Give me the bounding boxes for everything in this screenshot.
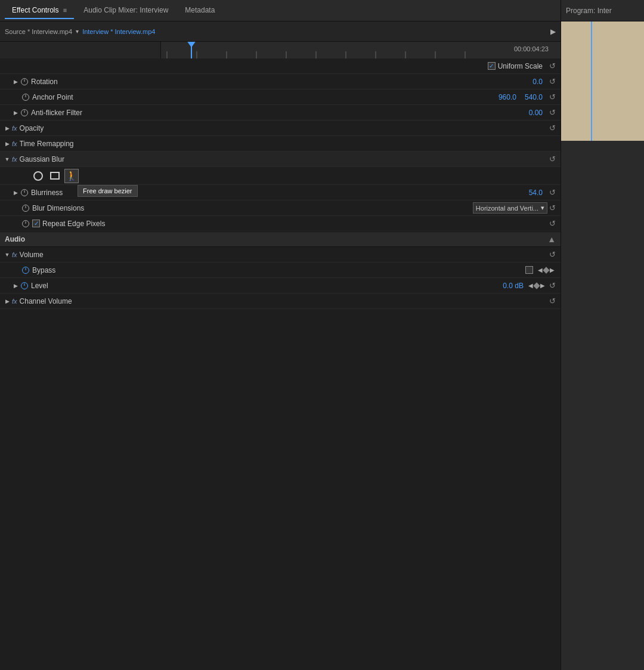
anchor-y-value[interactable]: 540.0 xyxy=(525,93,543,101)
source-bar: Source * Interview.mp4 ▾ Interview * Int… xyxy=(0,21,561,42)
uniform-scale-reset[interactable] xyxy=(547,61,557,71)
level-stopwatch-icon[interactable] xyxy=(20,282,29,290)
bypass-kf-controls: ◀ ▶ xyxy=(538,267,555,273)
anchor-stopwatch-icon[interactable] xyxy=(21,93,30,101)
blur-dimensions-value: Horizontal and Verti... xyxy=(476,205,538,212)
blur-dimensions-dropdown[interactable]: Horizontal and Verti... ▾ xyxy=(473,202,547,214)
opacity-fx-badge: fx xyxy=(12,125,17,132)
blur-dimensions-label: Blur Dimensions xyxy=(32,204,473,212)
time-remapping-label: Time Remapping xyxy=(20,140,557,148)
channel-volume-row: fx Channel Volume xyxy=(0,294,561,309)
level-reset[interactable] xyxy=(547,281,557,291)
source-dropdown-arrow[interactable]: ▾ xyxy=(76,28,79,35)
timeline-header: 00:00:04:23 xyxy=(0,42,561,58)
rotation-expand[interactable] xyxy=(12,78,19,85)
play-button[interactable]: ▶ xyxy=(550,27,556,36)
bezier-mask-button[interactable]: 🚶 xyxy=(64,169,79,183)
sequence-label[interactable]: Interview * Interview.mp4 xyxy=(82,28,155,35)
opacity-row: fx Opacity xyxy=(0,121,561,136)
level-kf-diamond[interactable] xyxy=(533,282,540,289)
blur-dim-stopwatch-icon[interactable] xyxy=(21,204,30,212)
uniform-scale-checkbox[interactable] xyxy=(488,62,496,70)
uniform-scale-label: Uniform Scale xyxy=(498,62,543,70)
anchor-reset[interactable] xyxy=(547,92,557,102)
mask-buttons-row: 🚶 Free draw bezier xyxy=(0,167,561,185)
opacity-label: Opacity xyxy=(20,124,547,132)
blurriness-reset[interactable] xyxy=(547,188,557,197)
anti-flicker-label: Anti-flicker Filter xyxy=(31,109,529,117)
tab-audio-clip-mixer[interactable]: Audio Clip Mixer: Interview xyxy=(76,2,175,19)
time-remapping-fx-badge: fx xyxy=(12,140,17,147)
level-kf-controls: ◀ ▶ xyxy=(528,282,545,289)
bypass-stopwatch-icon[interactable] xyxy=(21,266,30,274)
uniform-scale-checkbox-wrap[interactable]: Uniform Scale xyxy=(488,62,543,70)
channel-volume-reset[interactable] xyxy=(547,297,557,306)
repeat-edge-checkbox-wrap[interactable]: Repeat Edge Pixels xyxy=(32,220,105,228)
anti-flicker-stopwatch-icon[interactable] xyxy=(20,109,29,117)
volume-reset[interactable] xyxy=(547,250,557,260)
rect-mask-button[interactable] xyxy=(48,169,62,183)
repeat-edge-row: Repeat Edge Pixels xyxy=(0,216,561,231)
volume-label: Volume xyxy=(20,251,547,259)
volume-fx-badge: fx xyxy=(12,251,17,258)
level-kf-next[interactable]: ▶ xyxy=(540,282,545,289)
blur-dimensions-row: Blur Dimensions Horizontal and Verti... … xyxy=(0,200,561,216)
level-expand[interactable] xyxy=(12,282,19,289)
gaussian-blur-row: fx Gaussian Blur xyxy=(0,152,561,167)
volume-row: fx Volume xyxy=(0,247,561,263)
repeat-edge-checkbox[interactable] xyxy=(32,220,40,227)
tab-effect-controls[interactable]: Effect Controls ≡ xyxy=(5,2,74,19)
level-label: Level xyxy=(31,282,503,290)
right-panel: Program: Inter xyxy=(561,0,644,670)
opacity-reset[interactable] xyxy=(547,123,557,133)
repeat-edge-stopwatch-icon[interactable] xyxy=(21,220,30,228)
bypass-row: Bypass ◀ ▶ xyxy=(0,263,561,278)
anti-flicker-expand[interactable] xyxy=(12,109,19,116)
bypass-kf-next[interactable]: ▶ xyxy=(550,267,555,273)
repeat-edge-reset[interactable] xyxy=(547,219,557,229)
program-tab-label: Program: Inter xyxy=(566,7,612,15)
channel-volume-expand[interactable] xyxy=(4,298,11,305)
timeline-ruler[interactable]: 00:00:04:23 xyxy=(161,42,561,58)
properties-area: Uniform Scale Rotation 0.0 Anchor Point … xyxy=(0,58,561,670)
blurriness-label: Blurriness xyxy=(31,189,529,197)
gaussian-blur-expand[interactable] xyxy=(4,156,11,163)
ellipse-mask-icon xyxy=(33,171,43,181)
tab-bar: Effect Controls ≡ Audio Clip Mixer: Inte… xyxy=(0,0,561,21)
preview-vertical-line xyxy=(591,21,592,141)
level-kf-prev[interactable]: ◀ xyxy=(528,282,533,289)
anti-flicker-reset[interactable] xyxy=(547,108,557,118)
bypass-kf-prev[interactable]: ◀ xyxy=(538,267,543,273)
bypass-kf-diamond[interactable] xyxy=(543,267,549,273)
anti-flicker-value[interactable]: 0.00 xyxy=(529,109,543,117)
rotation-stopwatch-icon[interactable] xyxy=(20,78,29,86)
anchor-point-label: Anchor Point xyxy=(32,93,499,101)
level-row: Level 0.0 dB ◀ ▶ xyxy=(0,278,561,294)
audio-section-collapse[interactable]: ▲ xyxy=(547,234,556,244)
rotation-value[interactable]: 0.0 xyxy=(532,78,543,86)
level-value[interactable]: 0.0 dB xyxy=(503,282,524,290)
anti-flicker-row: Anti-flicker Filter 0.00 xyxy=(0,105,561,121)
rotation-reset[interactable] xyxy=(547,77,557,87)
bypass-label: Bypass xyxy=(32,266,525,274)
bypass-checkbox[interactable] xyxy=(525,266,533,274)
volume-expand[interactable] xyxy=(4,251,11,258)
opacity-expand[interactable] xyxy=(4,125,11,132)
blurriness-stopwatch-icon[interactable] xyxy=(20,189,29,197)
channel-volume-fx-badge: fx xyxy=(12,298,17,305)
gaussian-blur-label: Gaussian Blur xyxy=(20,155,547,163)
tab-metadata[interactable]: Metadata xyxy=(178,2,222,19)
right-panel-tab-bar: Program: Inter xyxy=(561,0,644,21)
anchor-point-values: 960.0 540.0 xyxy=(499,93,547,101)
blurriness-row: Blurriness 54.0 xyxy=(0,185,561,200)
anchor-point-row: Anchor Point 960.0 540.0 xyxy=(0,89,561,105)
ellipse-mask-button[interactable] xyxy=(31,169,45,183)
rect-mask-icon xyxy=(50,172,60,180)
source-label: Source * Interview.mp4 xyxy=(5,28,72,35)
anchor-x-value[interactable]: 960.0 xyxy=(499,93,516,101)
gaussian-blur-reset[interactable] xyxy=(547,155,557,164)
time-remapping-expand[interactable] xyxy=(4,140,11,147)
blurriness-value[interactable]: 54.0 xyxy=(529,189,543,197)
blur-dim-reset[interactable] xyxy=(547,203,557,213)
blurriness-expand[interactable] xyxy=(12,189,19,196)
